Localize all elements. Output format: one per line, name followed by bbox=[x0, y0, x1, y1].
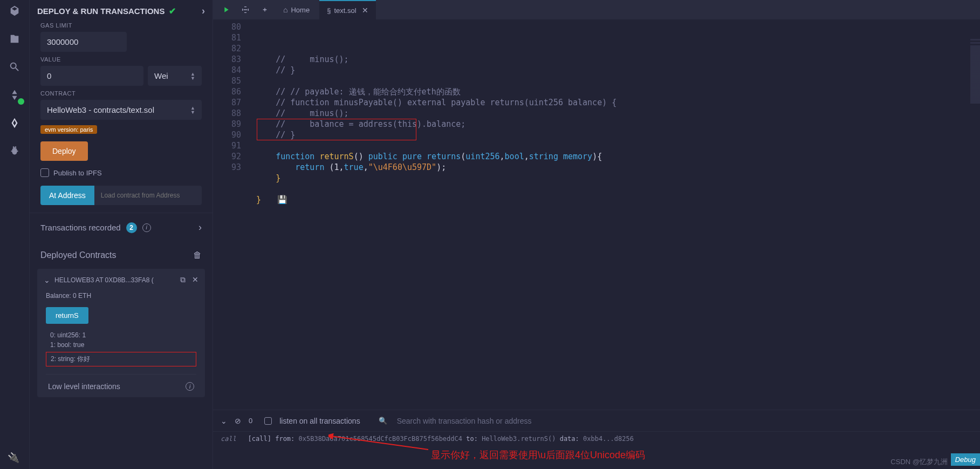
zoom-out-icon[interactable] bbox=[237, 3, 254, 16]
value-input[interactable] bbox=[40, 66, 143, 86]
debugger-icon[interactable] bbox=[7, 144, 22, 159]
debug-button[interactable]: Debug bbox=[951, 453, 980, 466]
publish-ipfs-label: Publish to IPFS bbox=[53, 169, 102, 177]
editor-tabbar: ⌂ Home § text.sol ✕ bbox=[213, 0, 980, 19]
minimap[interactable] bbox=[970, 39, 980, 190]
instance-collapse-icon[interactable]: ⌄ bbox=[44, 276, 50, 284]
tab-text-sol[interactable]: § text.sol ✕ bbox=[319, 0, 375, 19]
tx-recorded-expand[interactable]: › bbox=[198, 222, 202, 233]
icon-sidebar bbox=[0, 0, 30, 469]
tx-recorded-label: Transactions recorded bbox=[40, 223, 121, 232]
info-icon[interactable]: i bbox=[142, 223, 151, 232]
terminal-clear-icon[interactable]: ⊘ bbox=[235, 417, 241, 425]
terminal-search-input[interactable] bbox=[395, 414, 675, 427]
close-tab-icon[interactable]: ✕ bbox=[362, 6, 368, 15]
deploy-button[interactable]: Deploy bbox=[40, 141, 88, 161]
code-editor[interactable]: 80818283848586878889⌄90919293 // minus()… bbox=[213, 19, 980, 410]
value-label: VALUE bbox=[40, 56, 202, 63]
tx-count-badge: 2 bbox=[126, 222, 137, 233]
solidity-file-icon: § bbox=[327, 6, 331, 15]
instance-title: HELLOWEB3 AT 0XD8B...33FA8 ( bbox=[54, 276, 154, 284]
listen-label: listen on all transactions bbox=[279, 417, 360, 425]
at-address-input[interactable] bbox=[94, 186, 202, 205]
terminal-output: call [call] from: 0x5B38Da6a701c568545dC… bbox=[213, 432, 980, 446]
deployed-contracts-title: Deployed Contracts bbox=[40, 250, 116, 260]
run-script-icon[interactable] bbox=[217, 3, 235, 16]
editor-area: ⌂ Home § text.sol ✕ 80818283848586878889… bbox=[213, 0, 980, 469]
file-explorer-icon[interactable] bbox=[7, 31, 22, 46]
gas-limit-input[interactable] bbox=[40, 32, 127, 52]
pending-tx-count: 0 bbox=[249, 417, 252, 425]
value-unit-select[interactable]: Wei ▲▼ bbox=[148, 66, 202, 86]
terminal-toggle-icon[interactable]: ⌄ bbox=[221, 417, 227, 425]
instance-balance: Balance: 0 ETH bbox=[46, 292, 196, 300]
remix-logo-icon[interactable] bbox=[7, 3, 22, 18]
trash-icon[interactable]: 🗑 bbox=[193, 250, 202, 260]
contract-label: CONTRACT bbox=[40, 90, 202, 97]
low-level-interactions-label: Low level interactions bbox=[48, 382, 120, 391]
evm-version-badge: evm version: paris bbox=[40, 125, 97, 134]
search-icon[interactable] bbox=[7, 59, 22, 74]
listen-checkbox[interactable] bbox=[264, 417, 272, 425]
remove-instance-icon[interactable]: ✕ bbox=[192, 275, 198, 284]
contract-instance: ⌄ HELLOWEB3 AT 0XD8B...33FA8 ( ⧉ ✕ Balan… bbox=[37, 269, 205, 397]
panel-title: DEPLOY & RUN TRANSACTIONS bbox=[37, 6, 165, 16]
contract-select[interactable]: HelloWeb3 - contracts/text.sol ▲▼ bbox=[40, 100, 202, 120]
return-value-2: 2: string: 你好 bbox=[46, 354, 196, 365]
lli-info-icon[interactable]: i bbox=[186, 382, 194, 391]
deploy-panel: DEPLOY & RUN TRANSACTIONS ✔ › GAS LIMIT … bbox=[30, 0, 213, 469]
function-returns-button[interactable]: returnS bbox=[46, 307, 88, 324]
panel-collapse-chevron[interactable]: › bbox=[202, 5, 205, 17]
return-value-0: 0: uint256: 1 bbox=[46, 330, 196, 340]
code-highlight-box bbox=[257, 119, 416, 140]
plugin-manager-icon[interactable]: 🔌 bbox=[8, 452, 19, 464]
home-icon: ⌂ bbox=[283, 5, 287, 14]
at-address-button[interactable]: At Address bbox=[40, 186, 94, 205]
gas-limit-label: GAS LIMIT bbox=[40, 22, 202, 29]
tab-home[interactable]: ⌂ Home bbox=[276, 0, 317, 19]
copy-address-icon[interactable]: ⧉ bbox=[180, 275, 186, 284]
watermark: CSDN @忆梦九洲 bbox=[890, 457, 948, 467]
return-value-1: 1: bool: true bbox=[46, 340, 196, 350]
publish-ipfs-checkbox[interactable] bbox=[40, 168, 49, 177]
deploy-run-icon[interactable] bbox=[7, 115, 22, 131]
check-icon: ✔ bbox=[169, 6, 176, 16]
terminal-search-icon[interactable]: 🔍 bbox=[379, 417, 387, 425]
zoom-in-icon[interactable] bbox=[256, 3, 273, 16]
terminal: ⌄ ⊘ 0 listen on all transactions 🔍 call … bbox=[213, 410, 980, 469]
solidity-compiler-icon[interactable] bbox=[7, 87, 22, 103]
